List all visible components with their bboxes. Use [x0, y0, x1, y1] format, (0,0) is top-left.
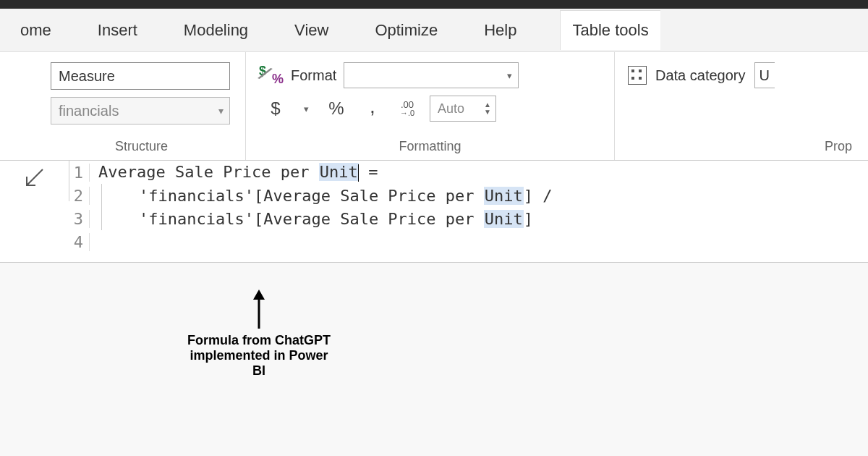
- svg-line-0: [27, 169, 43, 185]
- code-content[interactable]: 'financials'[Average Sale Price per Unit…: [90, 210, 533, 228]
- home-table-select[interactable]: financials ▾: [51, 97, 230, 124]
- format-icon: $⁄%: [259, 65, 284, 85]
- window-topbar: [0, 0, 868, 9]
- formula-bar: 1Average Sale Price per Unit =2'financia…: [0, 161, 868, 263]
- svg-marker-2: [253, 290, 265, 300]
- format-label: Format: [291, 67, 336, 84]
- line-number: 1: [69, 164, 90, 182]
- percent-button[interactable]: %: [324, 96, 349, 121]
- data-category-icon: [628, 66, 647, 85]
- ribbon-group-structure: financials ▾ Structure: [0, 52, 246, 160]
- ribbon-tabs: ome Insert Modeling View Optimize Help T…: [0, 9, 868, 52]
- chevron-down-icon: ▾: [218, 105, 224, 117]
- tab-modeling[interactable]: Modeling: [181, 11, 251, 50]
- currency-button[interactable]: $: [263, 96, 288, 121]
- tab-home[interactable]: ome: [17, 11, 54, 50]
- editor-line[interactable]: 2'financials'[Average Sale Price per Uni…: [69, 184, 868, 207]
- data-category-label: Data category: [655, 67, 746, 84]
- editor-line[interactable]: 1Average Sale Price per Unit =: [69, 161, 868, 184]
- dax-editor[interactable]: 1Average Sale Price per Unit =2'financia…: [69, 161, 868, 262]
- home-table-value: financials: [59, 103, 119, 119]
- decimal-places-icon: .00→.0: [396, 96, 418, 121]
- line-number: 2: [69, 187, 90, 205]
- tab-help[interactable]: Help: [481, 11, 519, 50]
- line-number: 3: [69, 210, 90, 228]
- tab-table-tools[interactable]: Table tools: [560, 10, 660, 50]
- data-category-dropdown[interactable]: U: [754, 62, 775, 88]
- format-dropdown[interactable]: ▾: [344, 62, 519, 88]
- group-label-properties: Prop: [628, 136, 855, 156]
- code-content[interactable]: 'financials'[Average Sale Price per Unit…: [90, 187, 553, 205]
- editor-line[interactable]: 3'financials'[Average Sale Price per Uni…: [69, 207, 868, 230]
- group-label-formatting: Formatting: [259, 136, 601, 156]
- currency-dropdown-chevron[interactable]: ▾: [299, 96, 312, 121]
- decimal-places-input[interactable]: Auto ▲▼: [430, 96, 496, 122]
- group-label-structure: Structure: [51, 136, 232, 156]
- ribbon-group-properties: Data category U Prop: [615, 52, 868, 160]
- annotation-callout: Formula from ChatGPT implemented in Powe…: [187, 290, 331, 379]
- tab-optimize[interactable]: Optimize: [372, 11, 441, 50]
- chevron-down-icon: ▾: [507, 70, 512, 81]
- spinner-icon[interactable]: ▲▼: [484, 101, 491, 116]
- ribbon-group-formatting: $⁄% Format ▾ $ ▾ % , .00→.0 Auto ▲▼: [246, 52, 615, 160]
- tab-insert[interactable]: Insert: [95, 11, 140, 50]
- formula-expand-handle[interactable]: [0, 161, 69, 201]
- tab-view[interactable]: View: [292, 11, 331, 50]
- measure-name-input[interactable]: [51, 62, 230, 90]
- thousands-separator-button[interactable]: ,: [360, 96, 385, 121]
- line-number: 4: [69, 233, 90, 251]
- ribbon-body: financials ▾ Structure $⁄% Format ▾ $ ▾ …: [0, 52, 868, 161]
- decimal-places-value: Auto: [438, 101, 464, 117]
- editor-line[interactable]: 4: [69, 230, 868, 253]
- code-content[interactable]: Average Sale Price per Unit =: [90, 163, 378, 182]
- annotation-text: Formula from ChatGPT implemented in Powe…: [187, 333, 331, 379]
- indent-guide: [101, 184, 102, 230]
